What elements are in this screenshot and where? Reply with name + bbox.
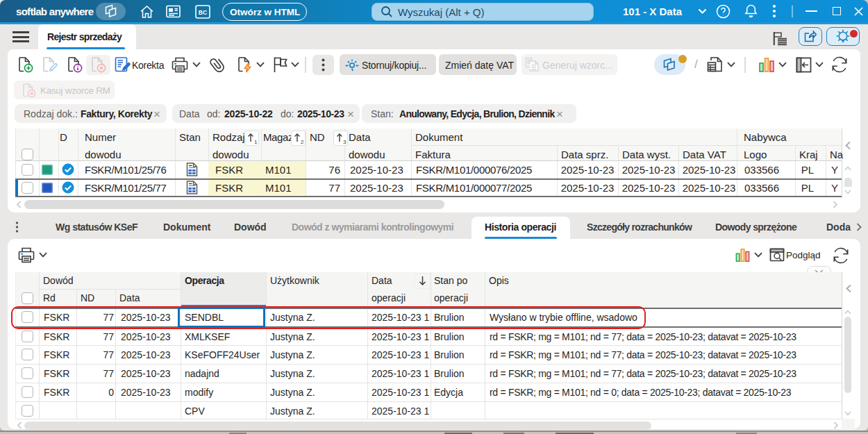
svg-text:2: 2 [301,139,304,145]
svg-text:3: 3 [343,139,347,145]
svg-text:BC: BC [199,8,207,15]
svg-text:1: 1 [254,139,258,145]
